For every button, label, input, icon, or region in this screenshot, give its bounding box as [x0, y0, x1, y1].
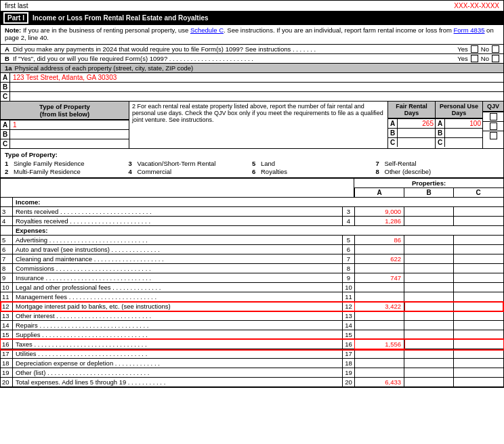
- row-b-18: [404, 359, 454, 368]
- note-label: Note:: [5, 26, 23, 34]
- row-desc-9: Insurance . . . . . . . . . . . . . . . …: [13, 273, 343, 282]
- expense-row-6: 6 Auto and travel (see instructions) . .…: [1, 245, 503, 254]
- col-type-header: Type of Property (from list below): [1, 102, 129, 120]
- row-a-4: 1,286: [355, 217, 404, 225]
- yes-checkbox-a[interactable]: [471, 45, 478, 53]
- row-a-6: [355, 245, 404, 254]
- col-desc-text: 2 For each rental real estate property l…: [132, 103, 383, 123]
- row-num-18: 18: [1, 359, 13, 368]
- expense-row-8: 8 Commissions . . . . . . . . . . . . . …: [1, 264, 503, 273]
- expense-row-14: 14 Repairs . . . . . . . . . . . . . . .…: [1, 321, 503, 330]
- qjv-row-a: [483, 112, 503, 121]
- no-checkbox-b[interactable]: [492, 55, 499, 62]
- row-line-10: 10: [343, 283, 355, 292]
- expenses-section-label: Expenses:: [13, 226, 51, 235]
- row-line-5: 5: [343, 236, 355, 244]
- row-c-19: [454, 368, 503, 377]
- row-c-16: [454, 340, 503, 349]
- question-a-label: A: [5, 45, 13, 53]
- row-a-12: 3,422: [355, 302, 404, 311]
- qjv-checkbox-b[interactable]: [490, 123, 497, 130]
- row-b-13: [404, 311, 454, 320]
- row-desc-17: Utilities . . . . . . . . . . . . . . . …: [13, 349, 343, 358]
- yes-checkbox-b[interactable]: [471, 55, 478, 62]
- type-of-property-title: Type of Property:: [5, 151, 499, 158]
- row-line-14: 14: [343, 321, 355, 330]
- row-b-11: [404, 292, 454, 301]
- question-b-row: B If "Yes", did you or will you file req…: [1, 54, 503, 64]
- row-num-12: 12: [1, 302, 13, 311]
- fair-rental-label-a: A: [388, 119, 398, 128]
- row-num-6: 6: [1, 245, 13, 254]
- row-num-20: 20: [1, 378, 13, 386]
- income-label-row: Income:: [1, 198, 503, 207]
- row-desc-6: Auto and travel (see instructions) . . .…: [13, 245, 343, 254]
- row-a-3: 9,000: [355, 207, 404, 216]
- type-row-b: B: [1, 129, 129, 139]
- expense-row-18: 18 Depreciation expense or depletion . .…: [1, 359, 503, 368]
- address-row-label-a: A: [1, 73, 10, 82]
- row-b-15: [404, 330, 454, 339]
- row-desc-20: Total expenses. Add lines 5 through 19 .…: [13, 378, 343, 386]
- question-a-yesno: Yes No: [457, 45, 499, 53]
- row-line-7: 7: [343, 254, 355, 263]
- row-line-13: 13: [343, 311, 355, 320]
- address-rows: A 123 Test Street, Atlanta, GA 30303 B C: [1, 72, 503, 101]
- row-line-6: 6: [343, 245, 355, 254]
- part-header: Part I Income or Loss From Rental Real E…: [1, 11, 503, 25]
- fair-rental-row-b: B: [388, 128, 435, 137]
- row-num-10: 10: [1, 283, 13, 292]
- row-a-18: [355, 359, 404, 368]
- row-b-6: [404, 245, 454, 254]
- expense-row-16: 16 Taxes . . . . . . . . . . . . . . . .…: [1, 340, 503, 349]
- row-desc-14: Repairs . . . . . . . . . . . . . . . . …: [13, 321, 343, 330]
- income-expenses-section: Properties: A B C Income: 3 Rents receiv…: [1, 178, 503, 387]
- type-row-val-b: [10, 130, 129, 139]
- address-row-label-c: C: [1, 92, 10, 101]
- yes-label-b: Yes: [457, 55, 468, 62]
- fair-rental-val-a: 265: [398, 119, 435, 128]
- row-line-11: 11: [343, 292, 355, 301]
- row-c-12: [454, 302, 503, 311]
- question-a-row: A Did you make any payments in 2024 that…: [1, 45, 503, 54]
- qjv-checkbox-c[interactable]: [490, 132, 497, 139]
- personal-use-row-b: B: [436, 128, 482, 137]
- personal-use-val-b: [445, 129, 482, 137]
- no-label-b: No: [481, 55, 489, 62]
- form-container: first last XXX-XX-XXXX Part I Income or …: [0, 0, 504, 388]
- address-row-b: B: [1, 82, 503, 91]
- row-b-20: [404, 378, 454, 386]
- type-row-val-a: 1: [10, 120, 129, 129]
- type-item-3: 3 Vacation/Short-Term Rental: [129, 160, 253, 167]
- fair-rental-label-c: C: [388, 138, 398, 147]
- row-desc-7: Cleaning and maintenance . . . . . . . .…: [13, 254, 343, 263]
- row-num-9: 9: [1, 273, 13, 282]
- question-a-text: Did you make any payments in 2024 that w…: [13, 45, 457, 53]
- expense-row-12: 12 Mortgage interest paid to banks, etc.…: [1, 302, 503, 311]
- no-checkbox-a[interactable]: [492, 45, 499, 53]
- qjv-checkbox-a[interactable]: [490, 113, 497, 120]
- section-1a-header: 1a Physical address of each property (st…: [1, 64, 503, 72]
- row-num-15: 15: [1, 330, 13, 339]
- row-c-9: [454, 273, 503, 282]
- fair-rental-label-b: B: [388, 129, 398, 137]
- question-b-label: B: [5, 55, 13, 62]
- row-a-7: 622: [355, 254, 404, 263]
- row-a-19: [355, 368, 404, 377]
- row-num-17: 17: [1, 349, 13, 358]
- expense-row-11: 11 Management fees . . . . . . . . . . .…: [1, 292, 503, 302]
- expense-row-7: 7 Cleaning and maintenance . . . . . . .…: [1, 254, 503, 264]
- no-label-a: No: [481, 45, 489, 53]
- row-a-11: [355, 292, 404, 301]
- row-b-12: [404, 302, 454, 311]
- type-item-6: 6 Royalties: [252, 168, 376, 175]
- row-line-19: 19: [343, 368, 355, 377]
- row-num-3: 3: [1, 207, 13, 216]
- row-a-20: 6,433: [355, 378, 404, 386]
- col-description: 2 For each rental real estate property l…: [129, 102, 388, 148]
- row-desc-4: Royalties received . . . . . . . . . . .…: [13, 217, 343, 225]
- row-c-5: [454, 236, 503, 244]
- row-b-10: [404, 283, 454, 292]
- row-desc-12: Mortgage interest paid to banks, etc. (s…: [13, 302, 343, 311]
- income-row-4: 4 Royalties received . . . . . . . . . .…: [1, 217, 503, 226]
